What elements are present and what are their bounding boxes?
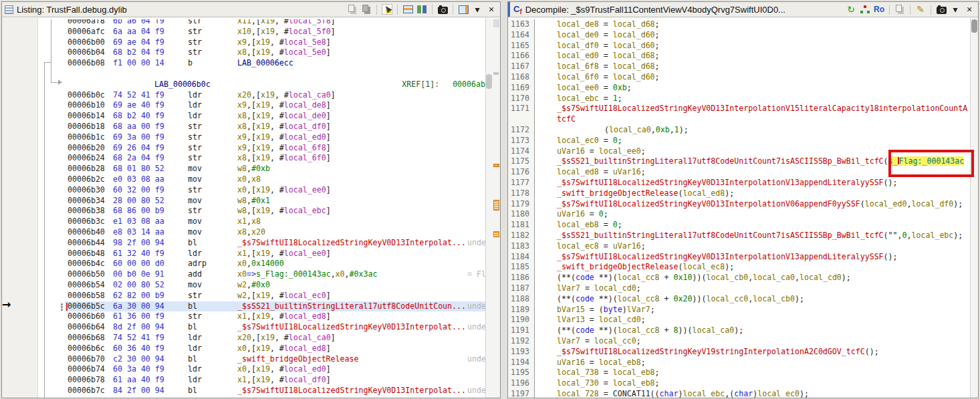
decompile-line[interactable]: 1185_swift_bridgeObjectRelease(local_ec8…: [508, 262, 970, 273]
xref-address[interactable]: 00006ab: [453, 80, 488, 90]
listing-row[interactable]: 00006b7460 3a 40 f9ldrx0,[x19, #local_ed…: [39, 364, 488, 375]
listing-row[interactable]: 00006afc6a aa 04 f9strx10,[x19, #local_5…: [39, 27, 488, 37]
close-icon[interactable]: ×: [486, 4, 497, 15]
decompile-line[interactable]: 1179_$s7SwiftUI18LocalizedStringKeyV0D13…: [508, 199, 970, 210]
copy-icon[interactable]: [347, 4, 358, 15]
listing-row[interactable]: 00006b0c74 52 41 f9ldrx20,[x19, #local_c…: [39, 90, 488, 101]
code-token: local_ec0: [557, 136, 599, 145]
listing-row[interactable]: 00006b0468 b2 04 f9strx8,[x19, #local_5e…: [39, 47, 488, 58]
listing-row[interactable]: 00006b2468 2a 04 f9strx8,[x19, #local_6f…: [39, 153, 488, 164]
listing-row[interactable]: 00006b5862 82 00 b9strw2,[x19, #local_ec…: [39, 291, 488, 301]
decompile-line[interactable]: 1187lVar7 = local_cd0;: [508, 283, 970, 294]
decompile-line[interactable]: 1165local_df0 = local_d60;: [508, 41, 970, 51]
analysis-marker[interactable]: [493, 200, 499, 211]
decompile-line[interactable]: 1193_$s7SwiftUI18LocalizedStringKeyV19st…: [508, 347, 970, 358]
decompile-line[interactable]: 1177_$s7SwiftUI18LocalizedStringKeyV0D13…: [508, 178, 970, 188]
analysis-marker[interactable]: [493, 164, 499, 167]
listing-row[interactable]: 00006b4c60 00 00 d0adrpx0,0x14000: [39, 259, 488, 269]
listing-display-icon[interactable]: [458, 4, 469, 15]
listing-row[interactable]: 00006b1868 aa 00 f9strx8,[x19, #local_df…: [39, 122, 488, 132]
decompile-line[interactable]: 1168local_6f0 = local_d60;: [508, 72, 970, 83]
decompile-line[interactable]: tcfC: [508, 114, 970, 125]
snapshot-camera-icon[interactable]: [437, 4, 448, 15]
decompile-line[interactable]: 1170local_ebc = 1;: [508, 94, 970, 104]
operand-token: ,[: [247, 249, 256, 258]
analysis-marker[interactable]: [493, 231, 499, 237]
copy-icon[interactable]: [894, 4, 905, 15]
decompile-line[interactable]: 1166local_ed0 = local_d68;: [508, 51, 970, 61]
listing-label-row[interactable]: LAB_00006b0cXREF[1]:00006ab: [39, 80, 488, 90]
close-icon[interactable]: ×: [964, 4, 975, 15]
decompile-line[interactable]: 1186(**(code **)(local_cc8 + 0x10))(loca…: [508, 273, 970, 283]
decompile-scrollbar[interactable]: [970, 18, 978, 398]
listing-row[interactable]: 00006b5000 b0 0e 91addx0=>s_Flag:_000143…: [39, 269, 488, 280]
decompile-line[interactable]: 1169local_ee0 = 0xb;: [508, 83, 970, 94]
edit-icon[interactable]: ✎: [915, 4, 926, 15]
decompile-line[interactable]: 1167local_6f8 = local_d68;: [508, 61, 970, 72]
decompile-line[interactable]: 1164local_de0 = local_d60;: [508, 30, 970, 41]
decompile-line[interactable]: 1195local_738 = local_eb8;: [508, 368, 970, 378]
decompile-line[interactable]: 1171_$s7SwiftUI18LocalizedStringKeyV0D13…: [508, 104, 970, 114]
listing-row[interactable]: 00006b3428 00 80 52movw8,#0x1: [39, 196, 488, 207]
listing-row[interactable]: 00006b4861 32 40 f9ldrx1,[x19, #local_ee…: [39, 249, 488, 259]
listing-row[interactable]: 00006b4498 2f 00 94bl_$s7SwiftUI18Locali…: [39, 238, 488, 249]
decompile-line[interactable]: 1189bVar15 = (byte)lVar7;: [508, 305, 970, 315]
decompile-line[interactable]: 1183local_ec8 = uVar16;: [508, 241, 970, 252]
listing-row[interactable]: 00006b0069 ae 04 f9strx9,[x19, #local_5e…: [39, 37, 488, 48]
decompile-line[interactable]: 1182_$sSS21_builtinStringLiteral17utf8Co…: [508, 231, 970, 241]
listing-row[interactable]: 00006b5402 00 80 52movw2,#0x0: [39, 280, 488, 291]
listing-row[interactable]: 00006b5c6a 30 00 94bl_$sSS21_builtinStri…: [39, 301, 488, 312]
listing-row[interactable]: 00006b2069 26 04 f9strx9,[x19, #local_6f…: [39, 143, 488, 154]
listing-scrollbar-thumb[interactable]: [486, 74, 492, 89]
decompile-line[interactable]: 1190lVar13 = local_cd0;: [508, 315, 970, 325]
refresh-icon[interactable]: ↻: [846, 4, 856, 15]
listing-row[interactable]: 00006b7861 aa 40 f9ldrx1,[x19, #local_df…: [39, 375, 488, 386]
decompile-line[interactable]: 1181local_eb8 = 0;: [508, 220, 970, 231]
listing-row[interactable]: 00006b2ce0 03 08 aamovx0,x8: [39, 174, 488, 185]
decompile-line[interactable]: 1192lVar7 = local_cc0;: [508, 336, 970, 347]
decompile-title: Decompile: _$s9TrustFall11ContentViewV4b…: [525, 5, 785, 15]
diff-view-icon[interactable]: [416, 4, 427, 15]
graph-icon[interactable]: [860, 4, 870, 15]
decompile-line[interactable]: 1188(**(code **)(local_cc8 + 0x20))(loca…: [508, 294, 970, 305]
listing-row[interactable]: 00006b6874 52 41 f9ldrx20,[x19, #local_c…: [39, 333, 488, 344]
decompile-line[interactable]: 1173local_ec0 = 0;: [508, 136, 970, 146]
decompile-line[interactable]: 1196local_730 = local_eb8;: [508, 378, 970, 389]
decompile-titlebar[interactable]: Cf Decompile: _$s9TrustFall11ContentView…: [508, 2, 978, 17]
listing-marker-margin[interactable]: [493, 18, 500, 398]
listing-row[interactable]: 00006b70c2 30 00 94bl_swift_bridgeObject…: [39, 354, 488, 365]
listing-row[interactable]: 00006b6c60 36 40 f9ldrx0,[x19, #local_ed…: [39, 344, 488, 354]
listing-row[interactable]: 00006b3060 32 00 f9strx0,[x19, #local_ee…: [39, 185, 488, 196]
decompile-line[interactable]: 1172(local_ca0,0xb,1);: [508, 125, 970, 136]
listing-row[interactable]: 00006b1468 b2 40 f9ldrx8,[x19, #local_de…: [39, 111, 488, 122]
dropdown-caret-icon[interactable]: ▾: [472, 4, 483, 15]
listing-row[interactable]: 00006b2868 01 80 52movw8,#0xb: [39, 164, 488, 174]
decompile-line[interactable]: 1180uVar16 = 0;: [508, 209, 970, 220]
listing-titlebar[interactable]: Listing: TrustFall.debug.dylib ▾×: [2, 2, 500, 17]
snapshot-camera-icon[interactable]: [936, 4, 947, 15]
listing-row[interactable]: 00006b6061 36 00 f9strx1,[x19, #local_ed…: [39, 311, 488, 322]
listing-fields-icon[interactable]: [402, 4, 413, 15]
paste-icon[interactable]: [361, 4, 372, 15]
listing-row[interactable]: 00006b648d 2f 00 94bl_$s7SwiftUI18Locali…: [39, 322, 488, 333]
listing-row[interactable]: 00006af86b a6 04 f9strx11,[x19, #local_5…: [39, 19, 488, 27]
listing-row[interactable]: 00006b1c69 3a 00 f9strx9,[x19, #local_ed…: [39, 132, 488, 143]
cursor-location-icon[interactable]: [382, 4, 392, 15]
listing-row[interactable]: 00006b7c84 2f 00 94bl_$s7SwiftUI18Locali…: [39, 386, 488, 396]
line-number: 1196: [508, 378, 535, 389]
decompile-line[interactable]: 1163local_de8 = local_d68;: [508, 19, 970, 30]
reference-options-icon[interactable]: Ro: [874, 4, 884, 15]
decompile-scrollbar-thumb[interactable]: [971, 19, 977, 33]
listing-row[interactable]: 00006b3868 86 00 b9strw8,[x19, #local_eb…: [39, 206, 488, 217]
listing-row[interactable]: 00006b1069 ae 40 f9ldrx9,[x19, #local_de…: [39, 100, 488, 111]
listing-row[interactable]: 00006b3ce1 03 08 aamovx1,x8: [39, 217, 488, 227]
decompile-line[interactable]: 1191(**(code **)(local_cc8 + 8))(local_c…: [508, 325, 970, 336]
decompile-line[interactable]: 1184_$s7SwiftUI18LocalizedStringKeyV0D13…: [508, 252, 970, 263]
operand-token: , #: [270, 185, 284, 194]
decompile-line[interactable]: 1197local_728 = CONCAT11((char)local_ebc…: [508, 389, 970, 398]
listing-row[interactable]: 00006b40e8 03 14 aamovx8,x20: [39, 227, 488, 238]
decompile-line[interactable]: 1178_swift_bridgeObjectRelease(local_ed8…: [508, 188, 970, 199]
listing-row[interactable]: 00006b08f1 00 00 14bLAB_00006ecc: [39, 58, 488, 69]
decompile-line[interactable]: 1194uVar16 = local_eb8;: [508, 358, 970, 368]
dropdown-caret-icon[interactable]: ▾: [950, 4, 961, 15]
